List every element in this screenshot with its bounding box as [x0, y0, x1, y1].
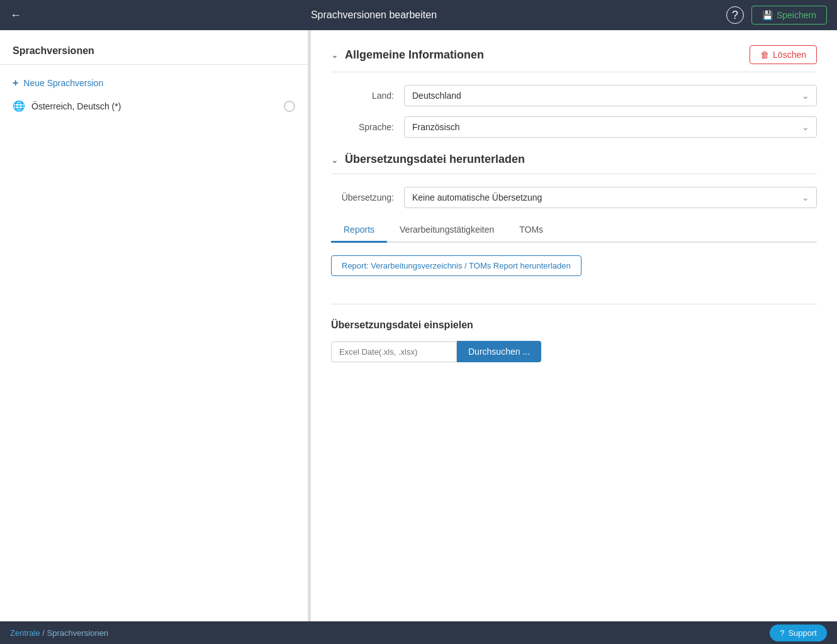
uebersetzung-select-wrap: Keine automatische Übersetzung ⌄ — [404, 187, 817, 208]
uebersetzung-label: Übersetzung: — [331, 192, 394, 203]
breadcrumb-current: Sprachversionen — [47, 628, 109, 638]
land-select[interactable]: Deutschland — [404, 85, 817, 106]
general-info-title: Allgemeine Informationen — [345, 48, 484, 62]
support-button[interactable]: ? Support — [770, 625, 827, 641]
radio-button[interactable] — [284, 101, 295, 112]
breadcrumb: Zentrale / Sprachversionen — [10, 628, 108, 638]
save-icon: 💾 — [762, 10, 773, 20]
delete-label: Löschen — [773, 50, 806, 60]
section-title-row: ⌄ Allgemeine Informationen — [331, 48, 484, 62]
chevron-down-icon[interactable]: ⌄ — [331, 155, 339, 165]
tabs-container: Reports Verarbeitungstätigkeiten TOMs Re… — [331, 218, 817, 289]
translation-title: Übersetzungsdatei herunterladen — [345, 153, 525, 166]
download-report-button[interactable]: Report: Verarbeitungsverzeichnis / TOMs … — [331, 255, 581, 276]
sprache-select[interactable]: Französisch — [404, 116, 817, 138]
support-icon: ? — [780, 628, 784, 638]
footer: Zentrale / Sprachversionen ? Support — [0, 621, 837, 644]
land-label: Land: — [331, 91, 394, 101]
sidebar-item-oesterreich[interactable]: 🌐 Österreich, Deutsch (*) — [0, 94, 308, 118]
plus-icon: + — [13, 77, 18, 89]
file-input[interactable] — [331, 341, 457, 362]
land-row: Land: Deutschland ⌄ — [331, 85, 817, 106]
chevron-down-icon[interactable]: ⌄ — [331, 50, 339, 60]
delete-button[interactable]: 🗑 Löschen — [750, 45, 817, 64]
save-button[interactable]: 💾 Speichern — [751, 6, 827, 25]
top-header: ← Sprachversionen bearbeiten ? 💾 Speiche… — [0, 0, 837, 30]
back-arrow-icon: ← — [10, 9, 21, 22]
save-label: Speichern — [777, 10, 816, 20]
sidebar-title: Sprachversionen — [0, 40, 308, 64]
sprache-select-wrap: Französisch ⌄ — [404, 116, 817, 138]
add-sprachversion-button[interactable]: + Neue Sprachversion — [0, 72, 308, 94]
main-layout: Sprachversionen + Neue Sprachversion 🌐 Ö… — [0, 30, 837, 621]
tab-verarbeitungstaetigkeiten[interactable]: Verarbeitungstätigkeiten — [387, 218, 507, 243]
upload-row: Durchsuchen ... — [331, 341, 817, 362]
tabs-list: Reports Verarbeitungstätigkeiten TOMs — [331, 218, 817, 243]
help-icon: ? — [732, 9, 738, 22]
help-button[interactable]: ? — [726, 6, 744, 24]
back-button[interactable]: ← — [10, 9, 21, 22]
breadcrumb-link[interactable]: Zentrale — [10, 628, 40, 638]
header-right: ? 💾 Speichern — [726, 6, 827, 25]
trash-icon: 🗑 — [760, 50, 769, 60]
translation-section: ⌄ Übersetzungsdatei herunterladen Überse… — [331, 153, 817, 362]
general-info-section: ⌄ Allgemeine Informationen 🗑 Löschen Lan… — [331, 45, 817, 138]
add-label: Neue Sprachversion — [23, 78, 103, 88]
upload-title: Übersetzungsdatei einspielen — [331, 319, 817, 331]
translation-title-row: ⌄ Übersetzungsdatei herunterladen — [331, 153, 525, 166]
sidebar: Sprachversionen + Neue Sprachversion 🌐 Ö… — [0, 30, 308, 621]
browse-button[interactable]: Durchsuchen ... — [457, 341, 541, 362]
uebersetzung-select[interactable]: Keine automatische Übersetzung — [404, 187, 817, 208]
land-select-wrap: Deutschland ⌄ — [404, 85, 817, 106]
translation-header: ⌄ Übersetzungsdatei herunterladen — [331, 153, 817, 174]
sprache-label: Sprache: — [331, 122, 394, 132]
page-title: Sprachversionen bearbeiten — [311, 9, 437, 21]
upload-section: Übersetzungsdatei einspielen Durchsuchen… — [331, 304, 817, 362]
tab-toms[interactable]: TOMs — [507, 218, 556, 243]
content-area: ⌄ Allgemeine Informationen 🗑 Löschen Lan… — [311, 30, 837, 621]
uebersetzung-row: Übersetzung: Keine automatische Übersetz… — [331, 187, 817, 208]
tab-reports[interactable]: Reports — [331, 218, 387, 243]
sprache-row: Sprache: Französisch ⌄ — [331, 116, 817, 138]
breadcrumb-separator: / — [40, 628, 47, 638]
tab-content-reports: Report: Verarbeitungsverzeichnis / TOMs … — [331, 243, 817, 289]
globe-icon: 🌐 — [13, 100, 25, 112]
general-info-header: ⌄ Allgemeine Informationen 🗑 Löschen — [331, 45, 817, 72]
sidebar-item-label: Österreich, Deutsch (*) — [31, 101, 278, 111]
sidebar-divider — [0, 64, 308, 65]
header-left: ← — [10, 9, 21, 22]
support-label: Support — [788, 628, 817, 638]
